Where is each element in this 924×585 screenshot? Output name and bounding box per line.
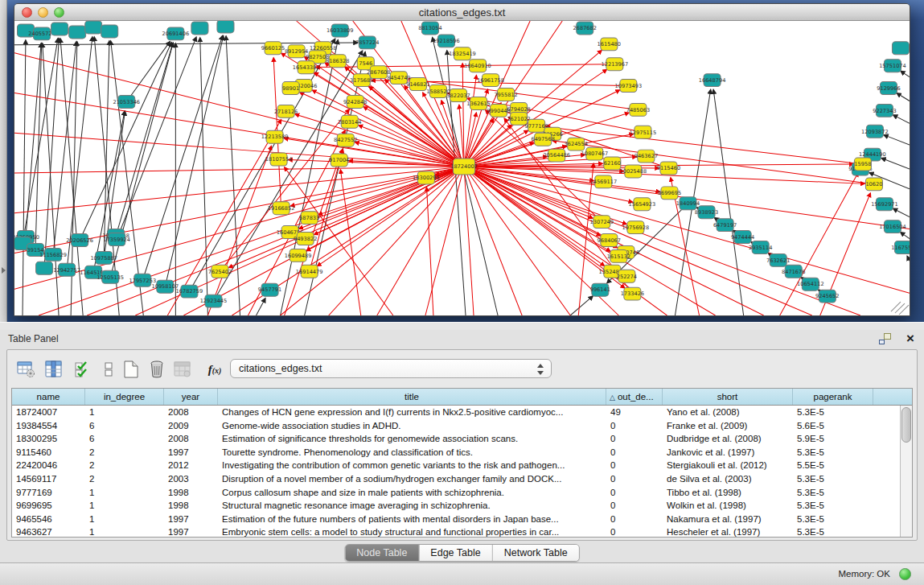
new-column-button[interactable] <box>121 359 142 380</box>
cell-name[interactable]: 19384554 <box>12 419 85 433</box>
graph-node[interactable] <box>69 26 86 39</box>
graph-node[interactable]: 8813054 <box>418 22 441 35</box>
cell-year[interactable]: 1997 <box>164 513 218 526</box>
cell-title[interactable]: Embryonic stem cells: a model to study s… <box>218 525 606 538</box>
cell-pagerank[interactable]: 5.3E-5 <box>793 486 873 500</box>
graph-node[interactable]: 587833 <box>299 212 319 225</box>
cell-in-degree[interactable]: 2 <box>85 459 164 472</box>
cell-out-degree[interactable]: 49 <box>606 406 663 419</box>
graph-node[interactable]: 18107554 <box>265 153 293 166</box>
graph-node[interactable]: 12923445 <box>200 295 228 307</box>
graph-node[interactable]: 996141 <box>590 283 610 296</box>
graph-node[interactable] <box>85 21 102 34</box>
graph-node[interactable]: 12975115 <box>630 126 657 138</box>
graph-node[interactable]: 14569117 <box>590 175 618 188</box>
column-header-in-degree[interactable]: in_degree <box>85 389 164 405</box>
cell-in-degree[interactable]: 6 <box>85 419 164 433</box>
cell-in-degree[interactable]: 1 <box>85 513 164 526</box>
table-scrollbar[interactable] <box>900 406 912 537</box>
select-all-button[interactable] <box>73 359 94 380</box>
cell-out-degree[interactable]: 0 <box>606 446 663 459</box>
graph-node[interactable] <box>51 23 68 35</box>
cell-pagerank[interactable]: 5.3E-5 <box>793 513 873 526</box>
graph-node[interactable]: 15958 <box>854 158 871 171</box>
cell-out-degree[interactable]: 0 <box>606 513 663 526</box>
cell-short[interactable]: Nakamura et al. (1997) <box>663 513 793 526</box>
cell-pagerank[interactable]: 5.3E-5 <box>793 446 873 459</box>
graph-node[interactable]: 9115460 <box>657 162 680 175</box>
graph-node[interactable]: 2803144 <box>338 115 361 128</box>
cell-pagerank[interactable]: 5.9E-5 <box>793 432 873 446</box>
cell-title[interactable]: Estimation of significance thresholds fo… <box>218 432 606 446</box>
column-header-pagerank[interactable]: pagerank <box>793 389 873 405</box>
cell-name[interactable]: 9777169 <box>12 486 85 500</box>
cell-in-degree[interactable]: 2 <box>85 472 164 486</box>
tab-edge-table[interactable]: Edge Table <box>418 545 491 561</box>
table-row[interactable]: 1456911722003Disruption of a novel membe… <box>12 472 912 486</box>
cell-short[interactable]: Stergiakouli et al. (2012) <box>663 459 793 472</box>
table-row[interactable]: 1830029562008Estimation of significance … <box>12 432 912 446</box>
cell-short[interactable]: Yano et al. (2008) <box>663 406 793 419</box>
graph-node[interactable]: 16033809 <box>326 24 354 37</box>
cell-title[interactable]: Genome-wide association studies in ADHD. <box>218 419 606 433</box>
graph-node[interactable]: 9474444 <box>731 231 754 244</box>
table-row[interactable]: 1938455462009Genome-wide association stu… <box>12 419 912 433</box>
cell-pagerank[interactable]: 5.3E-5 <box>793 472 873 486</box>
graph-node[interactable] <box>36 262 53 274</box>
graph-node[interactable]: 10025488 <box>620 165 647 178</box>
cell-pagerank[interactable]: 5.6E-5 <box>793 419 873 433</box>
cell-name[interactable]: 22420046 <box>12 459 85 472</box>
table-row[interactable]: 1872400712008Changes of HCN gene express… <box>12 406 912 419</box>
graph-node[interactable]: 8186328 <box>326 55 349 68</box>
graph-node[interactable]: 1615132 <box>607 249 630 262</box>
cell-in-degree[interactable]: 6 <box>85 432 164 446</box>
graph-node[interactable]: 8471676 <box>782 265 805 278</box>
cell-in-degree[interactable]: 1 <box>85 525 164 538</box>
close-panel-icon[interactable]: × <box>906 330 914 348</box>
collapsed-panel-rail[interactable] <box>0 0 7 322</box>
cell-title[interactable]: Investigating the contribution of common… <box>218 459 606 472</box>
network-canvas[interactable]: 2405572420691406160338097857224881305419… <box>14 21 910 315</box>
cell-pagerank[interactable]: 5.5E-5 <box>793 459 873 472</box>
graph-node[interactable]: 9699695 <box>658 187 681 200</box>
cell-pagerank[interactable]: 5.3E-5 <box>793 406 873 419</box>
graph-node[interactable]: 12213967 <box>602 58 629 71</box>
cell-year[interactable]: 1997 <box>164 525 218 538</box>
graph-node[interactable]: 9129966 <box>877 82 900 95</box>
cell-title[interactable]: Structural magnetic resonance image aver… <box>218 499 606 513</box>
cell-pagerank[interactable]: 5.3E-5 <box>793 499 873 513</box>
cell-out-degree[interactable]: 0 <box>606 419 663 433</box>
graph-node[interactable]: 7485063 <box>626 103 650 116</box>
graph-node[interactable] <box>101 25 118 38</box>
table-row[interactable]: 969969511998Structural magnetic resonanc… <box>12 499 912 513</box>
cell-pagerank[interactable]: 5.3E-5 <box>793 525 873 538</box>
column-header-out-degree[interactable]: △out_de... <box>606 389 663 405</box>
cell-out-degree[interactable]: 0 <box>606 459 663 472</box>
graph-node[interactable]: 1840994 <box>676 197 700 210</box>
graph-node[interactable]: 10620 <box>865 178 882 191</box>
graph-node[interactable]: 9660125 <box>261 42 285 55</box>
function-builder-button[interactable]: f(x) <box>200 359 229 380</box>
panel-splitter[interactable] <box>0 322 924 330</box>
graph-node[interactable]: 18325419 <box>449 47 476 60</box>
graph-node[interactable]: 2935114 <box>749 241 772 254</box>
cell-year[interactable]: 1998 <box>164 499 218 513</box>
tab-network-table[interactable]: Network Table <box>492 545 579 561</box>
cell-in-degree[interactable]: 2 <box>85 446 164 459</box>
graph-node[interactable]: 8938923 <box>695 206 718 219</box>
cell-short[interactable]: Hescheler et al. (1997) <box>663 525 793 538</box>
cell-out-degree[interactable]: 0 <box>606 499 663 513</box>
graph-node[interactable]: 8427552 <box>334 134 357 146</box>
graph-node[interactable]: 917004 <box>329 154 349 167</box>
graph-node[interactable]: 62160 <box>604 157 621 170</box>
column-header-name[interactable]: name <box>12 389 85 405</box>
graph-node[interactable]: 7955812 <box>494 89 517 101</box>
cell-short[interactable]: Jankovic et al. (1997) <box>663 446 793 459</box>
cell-name[interactable]: 9115460 <box>12 446 85 459</box>
table-row[interactable]: 946362711997Embryonic stem cells: a mode… <box>12 525 912 538</box>
tab-node-table[interactable]: Node Table <box>345 545 418 561</box>
graph-node[interactable] <box>191 22 208 35</box>
graph-node[interactable]: 9457791 <box>258 283 281 296</box>
graph-node[interactable]: 2687682 <box>573 22 597 35</box>
graph-node[interactable]: 9493822 <box>294 233 317 245</box>
